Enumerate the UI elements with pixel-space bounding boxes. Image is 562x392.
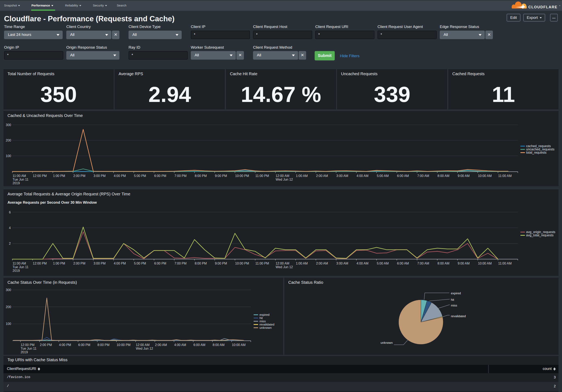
svg-text:CLOUDFLARE: CLOUDFLARE [528, 5, 558, 9]
svg-text:Wed Jun 12: Wed Jun 12 [276, 178, 293, 181]
svg-text:10:00 AM: 10:00 AM [478, 262, 492, 265]
svg-text:Wed Jun 12: Wed Jun 12 [276, 265, 293, 269]
svg-text:10:00 AM: 10:00 AM [232, 343, 246, 346]
svg-text:expired: expired [259, 313, 269, 316]
svg-text:9:00 PM: 9:00 PM [215, 262, 227, 265]
svg-text:Tue Jun 11: Tue Jun 11 [21, 347, 36, 350]
svg-text:10:00 PM: 10:00 PM [235, 262, 249, 265]
svg-text:6:00 AM: 6:00 AM [397, 262, 409, 265]
svg-text:Tue Jun 11: Tue Jun 11 [12, 178, 28, 181]
svg-text:11:00 AM: 11:00 AM [12, 174, 26, 178]
svg-text:unknown: unknown [259, 326, 272, 329]
svg-text:6: 6 [9, 211, 11, 214]
svg-text:8:00 AM: 8:00 AM [213, 343, 225, 346]
svg-text:hit: hit [451, 298, 454, 301]
svg-text:3:00 PM: 3:00 PM [94, 174, 106, 178]
svg-text:7:00 AM: 7:00 AM [417, 174, 429, 178]
svg-text:11:00 AM: 11:00 AM [498, 174, 512, 178]
svg-text:10:00 PM: 10:00 PM [117, 343, 130, 346]
svg-text:12:00 PM: 12:00 PM [33, 174, 47, 178]
svg-text:4:00 AM: 4:00 AM [357, 174, 369, 178]
svg-text:7:00 AM: 7:00 AM [417, 262, 429, 265]
svg-text:unknown: unknown [381, 341, 393, 344]
svg-text:7:00 PM: 7:00 PM [174, 174, 187, 178]
svg-text:2:00 AM: 2:00 AM [155, 343, 167, 346]
svg-text:12:00 AM: 12:00 AM [276, 262, 289, 265]
svg-text:2:00 AM: 2:00 AM [316, 174, 328, 178]
svg-text:100: 100 [6, 154, 11, 158]
svg-text:revalidated: revalidated [259, 323, 274, 326]
svg-text:miss: miss [451, 304, 457, 307]
svg-text:7:00 PM: 7:00 PM [174, 262, 187, 265]
svg-text:1:00 AM: 1:00 AM [296, 174, 308, 178]
svg-text:300: 300 [6, 123, 11, 127]
svg-text:6:00 PM: 6:00 PM [154, 262, 166, 265]
svg-text:100: 100 [6, 322, 11, 325]
svg-text:2:00 PM: 2:00 PM [73, 174, 85, 178]
svg-text:3:00 AM: 3:00 AM [336, 262, 348, 265]
svg-text:10:00 AM: 10:00 AM [478, 174, 492, 178]
svg-text:9:00 PM: 9:00 PM [215, 174, 227, 178]
svg-text:12:00 AM: 12:00 AM [276, 174, 289, 178]
svg-text:1:00 PM: 1:00 PM [53, 262, 65, 265]
svg-text:4:00 AM: 4:00 AM [174, 343, 186, 346]
svg-text:4:00 PM: 4:00 PM [59, 343, 71, 346]
svg-text:2019: 2019 [12, 181, 20, 185]
svg-text:2019: 2019 [12, 269, 20, 272]
svg-text:revalidated: revalidated [451, 314, 466, 318]
svg-text:5:00 AM: 5:00 AM [377, 262, 389, 265]
svg-text:200: 200 [6, 305, 11, 309]
svg-text:6:00 PM: 6:00 PM [154, 174, 166, 178]
svg-text:5:00 PM: 5:00 PM [134, 262, 146, 265]
svg-text:11:00 AM: 11:00 AM [12, 262, 26, 265]
svg-text:2:00 PM: 2:00 PM [73, 262, 85, 265]
svg-text:12:00 PM: 12:00 PM [21, 343, 35, 346]
svg-text:avg_total_requests: avg_total_requests [526, 233, 553, 237]
svg-text:8:00 PM: 8:00 PM [195, 174, 207, 178]
svg-text:11:00 PM: 11:00 PM [256, 174, 269, 178]
svg-text:12:00 AM: 12:00 AM [136, 343, 150, 346]
svg-text:2019: 2019 [21, 350, 28, 354]
svg-text:6:00 PM: 6:00 PM [78, 343, 90, 346]
svg-text:3:00 AM: 3:00 AM [336, 174, 348, 178]
svg-text:10:00 PM: 10:00 PM [235, 174, 249, 178]
svg-text:1:00 PM: 1:00 PM [53, 174, 65, 178]
svg-text:miss: miss [259, 319, 266, 323]
svg-text:Tue Jun 11: Tue Jun 11 [12, 265, 28, 269]
svg-text:11:00 PM: 11:00 PM [256, 262, 269, 265]
svg-text:9:00 AM: 9:00 AM [458, 262, 470, 265]
svg-text:2: 2 [9, 242, 11, 245]
svg-text:hit: hit [259, 316, 263, 320]
svg-text:8:00 AM: 8:00 AM [437, 174, 449, 178]
svg-text:4:00 AM: 4:00 AM [357, 262, 369, 265]
svg-text:6:00 AM: 6:00 AM [193, 343, 205, 346]
svg-text:2:00 PM: 2:00 PM [40, 343, 52, 346]
svg-text:9:00 AM: 9:00 AM [458, 174, 470, 178]
svg-text:4:00 PM: 4:00 PM [114, 262, 126, 265]
svg-text:3:00 PM: 3:00 PM [94, 262, 106, 265]
svg-text:4: 4 [9, 226, 11, 230]
svg-text:2:00 AM: 2:00 AM [316, 262, 328, 265]
svg-text:11:00 AM: 11:00 AM [498, 262, 512, 265]
svg-text:5:00 PM: 5:00 PM [134, 174, 146, 178]
svg-text:12:00 PM: 12:00 PM [33, 262, 47, 265]
svg-text:8:00 AM: 8:00 AM [437, 262, 449, 265]
svg-text:1:00 AM: 1:00 AM [296, 262, 308, 265]
svg-text:total_requests: total_requests [526, 151, 547, 154]
svg-text:5:00 AM: 5:00 AM [377, 174, 389, 178]
svg-text:Wed Jun 12: Wed Jun 12 [136, 347, 153, 350]
svg-text:8:00 PM: 8:00 PM [97, 343, 110, 346]
svg-text:8:00 PM: 8:00 PM [195, 262, 207, 265]
svg-text:6:00 AM: 6:00 AM [397, 174, 409, 178]
svg-text:200: 200 [6, 139, 11, 142]
svg-text:expired: expired [451, 291, 461, 295]
svg-text:300: 300 [6, 288, 11, 292]
svg-text:4:00 PM: 4:00 PM [114, 174, 126, 178]
